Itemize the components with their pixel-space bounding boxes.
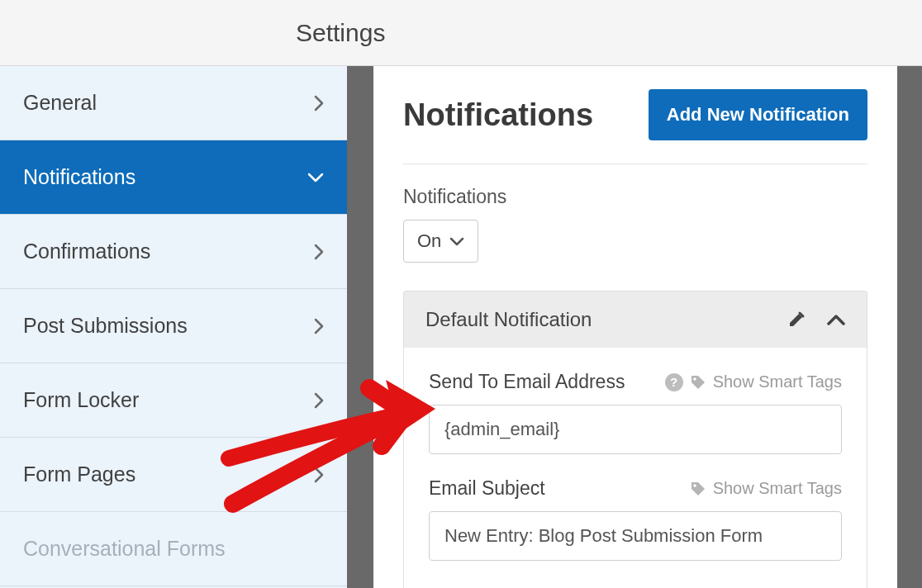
show-smart-tags-link[interactable]: Show Smart Tags bbox=[713, 479, 842, 498]
chevron-right-icon bbox=[314, 467, 324, 483]
sidebar-item-notifications[interactable]: Notifications bbox=[0, 140, 347, 215]
sidebar-item-label: Conversational Forms bbox=[23, 537, 226, 561]
sidebar-item-conversational-forms[interactable]: Conversational Forms bbox=[0, 512, 347, 586]
notifications-toggle-select[interactable]: On bbox=[403, 220, 478, 263]
email-subject-input[interactable] bbox=[429, 511, 842, 561]
page-title: Notifications bbox=[403, 97, 593, 133]
left-gutter bbox=[347, 66, 373, 588]
settings-sidebar: General Notifications Confirmations Post… bbox=[0, 66, 347, 588]
toggle-label: Notifications bbox=[403, 186, 867, 208]
chevron-down-icon bbox=[307, 173, 324, 183]
right-gutter bbox=[897, 66, 922, 588]
send-to-email-input[interactable] bbox=[429, 405, 842, 454]
send-to-label: Send To Email Address bbox=[429, 371, 625, 393]
tag-icon bbox=[690, 374, 706, 391]
add-new-notification-button[interactable]: Add New Notification bbox=[649, 89, 867, 140]
panel-body: Send To Email Address ? Show Smart Tags bbox=[404, 348, 867, 588]
sidebar-item-label: General bbox=[23, 91, 97, 115]
help-icon[interactable]: ? bbox=[665, 373, 683, 391]
show-smart-tags-link[interactable]: Show Smart Tags bbox=[713, 372, 842, 391]
body-area: General Notifications Confirmations Post… bbox=[0, 66, 922, 588]
field-row: Send To Email Address ? Show Smart Tags bbox=[429, 371, 842, 393]
panel-title: Default Notification bbox=[425, 308, 592, 331]
tag-icon bbox=[690, 481, 706, 497]
svg-point-0 bbox=[693, 377, 696, 381]
send-to-field-block: Send To Email Address ? Show Smart Tags bbox=[429, 371, 842, 454]
sidebar-item-general[interactable]: General bbox=[0, 66, 347, 140]
chevron-right-icon bbox=[314, 392, 324, 409]
sidebar-item-post-submissions[interactable]: Post Submissions bbox=[0, 289, 347, 363]
sidebar-item-label: Form Pages bbox=[23, 462, 135, 486]
sidebar-item-label: Notifications bbox=[23, 165, 135, 189]
chevron-up-icon[interactable] bbox=[827, 314, 845, 325]
sidebar-item-form-pages[interactable]: Form Pages bbox=[0, 438, 347, 512]
field-row: Email Subject Show Smart Tags bbox=[429, 477, 842, 500]
default-notification-panel: Default Notification Send To Email Addre… bbox=[403, 291, 867, 588]
top-bar: Settings bbox=[0, 0, 922, 66]
email-subject-label: Email Subject bbox=[429, 477, 545, 500]
smart-tags-group: Show Smart Tags bbox=[690, 479, 842, 498]
toggle-value: On bbox=[417, 230, 441, 252]
svg-point-1 bbox=[693, 484, 696, 487]
sidebar-item-label: Form Locker bbox=[23, 388, 139, 412]
notifications-toggle-section: Notifications On bbox=[403, 186, 867, 263]
main-header: Notifications Add New Notification bbox=[403, 89, 867, 164]
main-panel: Notifications Add New Notification Notif… bbox=[373, 66, 897, 588]
page-section-title: Settings bbox=[296, 19, 385, 47]
sidebar-item-label: Confirmations bbox=[23, 239, 150, 263]
chevron-right-icon bbox=[314, 95, 324, 111]
chevron-right-icon bbox=[314, 318, 324, 334]
smart-tags-group: ? Show Smart Tags bbox=[665, 372, 842, 391]
sidebar-item-confirmations[interactable]: Confirmations bbox=[0, 215, 347, 289]
edit-icon[interactable] bbox=[787, 311, 806, 329]
panel-header: Default Notification bbox=[404, 292, 867, 348]
email-subject-field-block: Email Subject Show Smart Tags bbox=[429, 477, 842, 561]
chevron-down-icon bbox=[449, 237, 464, 246]
sidebar-item-form-locker[interactable]: Form Locker bbox=[0, 363, 347, 438]
chevron-right-icon bbox=[314, 244, 324, 260]
panel-header-actions bbox=[787, 311, 845, 329]
sidebar-item-label: Post Submissions bbox=[23, 314, 188, 338]
